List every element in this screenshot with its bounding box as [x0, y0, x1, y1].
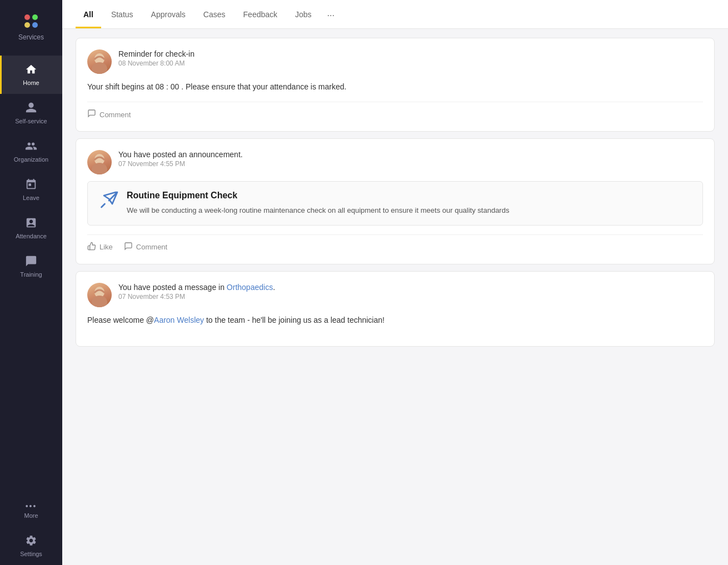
organization-icon	[25, 140, 37, 154]
post1-actions: Comment	[87, 102, 703, 120]
post-announcement: You have posted an announcement. 07 Nove…	[76, 138, 715, 264]
leave-icon	[25, 178, 37, 192]
announcement-text: We will be conducting a week-long routin…	[127, 205, 694, 216]
orthopaedics-link[interactable]: Orthopaedics	[227, 283, 273, 292]
self-service-label: Self-service	[15, 118, 47, 124]
post3-header: You have posted a message in Orthopaedic…	[87, 283, 703, 307]
post2-like-label: Like	[99, 243, 113, 251]
post3-body-prefix: Please welcome @	[87, 316, 154, 324]
sidebar-item-leave[interactable]: Leave	[0, 171, 62, 209]
post2-time: 07 November 4:55 PM	[118, 160, 243, 168]
tab-jobs[interactable]: Jobs	[287, 0, 320, 28]
tab-approvals[interactable]: Approvals	[143, 0, 193, 28]
post2-comment-label: Comment	[136, 243, 167, 251]
sidebar-item-training[interactable]: Training	[0, 247, 62, 286]
sidebar-item-attendance[interactable]: Attendance	[0, 209, 62, 247]
logo-dots	[24, 14, 38, 28]
post2-avatar	[87, 150, 112, 174]
comment-icon-2	[124, 242, 133, 253]
announcement-content: Routine Equipment Check We will be condu…	[127, 191, 694, 216]
megaphone-icon	[99, 191, 119, 214]
post1-avatar	[87, 49, 112, 74]
aaron-welsley-link[interactable]: Aaron Welsley	[154, 316, 204, 324]
post1-time: 08 November 8:00 AM	[118, 59, 195, 67]
svg-point-5	[92, 296, 107, 307]
post1-header: Reminder for check-in 08 November 8:00 A…	[87, 49, 703, 74]
post3-title: You have posted a message in Orthopaedic…	[118, 283, 275, 292]
sidebar-item-home[interactable]: Home	[0, 56, 62, 94]
sidebar-item-more[interactable]: ••• More	[0, 494, 62, 527]
home-label: Home	[23, 79, 39, 86]
leave-label: Leave	[23, 194, 39, 201]
post1-meta: Reminder for check-in 08 November 8:00 A…	[118, 49, 195, 67]
more-icon: •••	[26, 502, 37, 510]
training-icon	[25, 255, 37, 269]
post2-title: You have posted an announcement.	[118, 150, 243, 159]
post3-body: Please welcome @Aaron Welsley to the tea…	[87, 314, 703, 326]
post1-body: Your shift begins at 08 : 00 . Please en…	[87, 81, 703, 93]
tab-status[interactable]: Status	[103, 0, 141, 28]
feed: Reminder for check-in 08 November 8:00 A…	[62, 29, 728, 356]
organization-label: Organization	[14, 156, 48, 163]
attendance-icon	[25, 217, 37, 231]
comment-icon	[87, 109, 96, 120]
training-label: Training	[20, 271, 42, 278]
dot-red	[24, 14, 30, 20]
post2-header: You have posted an announcement. 07 Nove…	[87, 150, 703, 174]
sidebar-bottom: ••• More Settings	[0, 494, 62, 565]
dot-green	[32, 14, 38, 20]
post1-comment-label: Comment	[99, 111, 131, 119]
like-icon	[87, 242, 96, 253]
svg-point-3	[92, 163, 107, 174]
post3-time: 07 November 4:53 PM	[118, 293, 275, 301]
post3-title-prefix: You have posted a message in	[118, 283, 227, 292]
self-service-icon	[25, 102, 37, 116]
settings-icon	[25, 534, 37, 548]
announcement-title: Routine Equipment Check	[127, 191, 694, 201]
home-icon	[25, 63, 37, 77]
sidebar-item-settings[interactable]: Settings	[0, 527, 62, 565]
post3-title-suffix: .	[273, 283, 275, 292]
announcement-card: Routine Equipment Check We will be condu…	[87, 181, 703, 226]
more-label: More	[24, 512, 38, 519]
sidebar-nav: Home Self-service Organization Leave	[0, 56, 62, 494]
post3-avatar	[87, 283, 112, 307]
post2-like-btn[interactable]: Like	[87, 242, 113, 253]
tab-cases[interactable]: Cases	[196, 0, 233, 28]
post1-comment-btn[interactable]: Comment	[87, 109, 131, 120]
post2-actions: Like Comment	[87, 234, 703, 253]
settings-label: Settings	[20, 551, 42, 557]
sidebar: Services Home Self-service Organization	[0, 0, 62, 565]
tab-feedback[interactable]: Feedback	[236, 0, 285, 28]
svg-point-1	[92, 62, 107, 74]
sidebar-item-organization[interactable]: Organization	[0, 132, 62, 171]
attendance-label: Attendance	[16, 233, 47, 239]
services-label: Services	[18, 33, 44, 41]
sidebar-logo: Services	[0, 0, 62, 56]
tab-all[interactable]: All	[76, 0, 101, 28]
post3-meta: You have posted a message in Orthopaedic…	[118, 283, 275, 301]
post2-comment-btn[interactable]: Comment	[124, 242, 167, 253]
post1-title: Reminder for check-in	[118, 49, 195, 58]
dot-yellow	[24, 22, 30, 28]
dot-blue	[32, 22, 38, 28]
post-orthopaedics: You have posted a message in Orthopaedic…	[76, 271, 715, 347]
tabs-bar: All Status Approvals Cases Feedback Jobs…	[62, 0, 728, 29]
post-reminder-checkin: Reminder for check-in 08 November 8:00 A…	[76, 38, 715, 132]
post2-meta: You have posted an announcement. 07 Nove…	[118, 150, 243, 168]
main-content: All Status Approvals Cases Feedback Jobs…	[62, 0, 728, 565]
post3-body-suffix: to the team - he'll be joining us as a l…	[204, 316, 385, 324]
sidebar-item-self-service[interactable]: Self-service	[0, 94, 62, 132]
tab-more[interactable]: ···	[322, 1, 340, 28]
